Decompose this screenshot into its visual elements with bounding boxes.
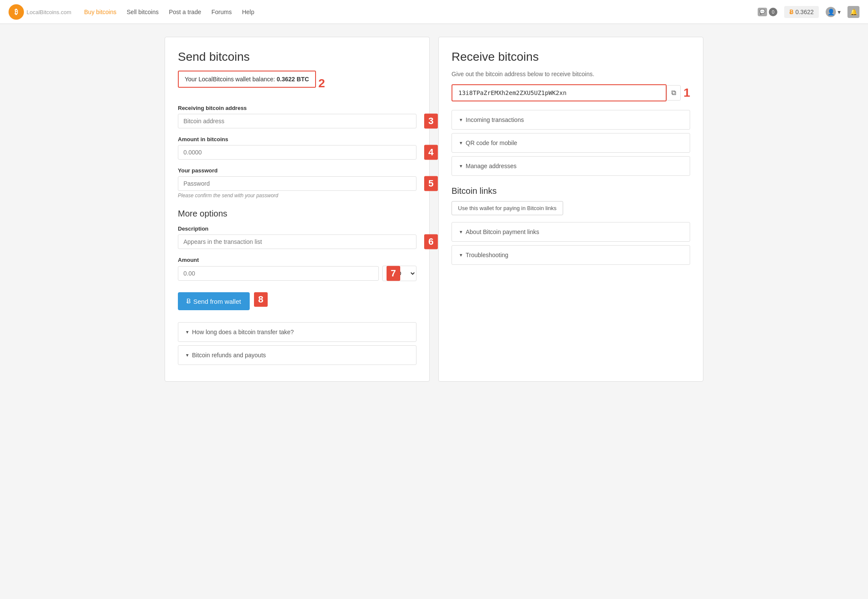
- password-label: Your password: [178, 167, 416, 174]
- bitcoin-address-display: 13i8TPaZrEMXh2em2ZXU5UZ1pWK2xn: [452, 84, 667, 101]
- annotation-8: 8: [254, 292, 268, 307]
- annotation-1: 1: [683, 87, 690, 99]
- accordion-incoming-transactions[interactable]: ▾ Incoming transactions: [452, 110, 690, 130]
- accordion-troubleshooting-label: Troubleshooting: [466, 252, 508, 258]
- balance-value-display: 0.3622 BTC: [277, 76, 309, 83]
- accordion-about-payment-links[interactable]: ▾ About Bitcoin payment links: [452, 222, 690, 242]
- receiving-address-wrapper: 3: [178, 114, 416, 128]
- nav-right: 💬 0 Ƀ 0.3622 👤 ▾ 🔔: [758, 6, 859, 18]
- chevron-down-icon-3: ▾: [460, 117, 462, 123]
- balance-row: Your LocalBitcoins wallet balance: 0.362…: [178, 71, 416, 96]
- send-button-label: Send from wallet: [193, 298, 241, 305]
- bitcoin-links-title: Bitcoin links: [452, 186, 690, 196]
- fiat-amount-wrapper: 7: [178, 266, 379, 281]
- description-label: Description: [178, 225, 416, 232]
- accordion-transfer-time-header[interactable]: ▾ How long does a bitcoin transfer take?: [178, 323, 416, 341]
- accordion-troubleshooting-header[interactable]: ▾ Troubleshooting: [452, 246, 690, 264]
- description-group: Description 6: [178, 225, 416, 249]
- annotation-6: 6: [424, 234, 438, 249]
- password-wrapper: 5: [178, 176, 416, 191]
- chat-bubble-icon: 💬: [758, 8, 767, 16]
- annotation-4: 4: [424, 145, 438, 160]
- user-avatar-icon: 👤: [826, 7, 836, 17]
- balance-value: 0.3622: [795, 9, 814, 15]
- description-wrapper: 6: [178, 234, 416, 249]
- send-panel: Send bitcoins Your LocalBitcoins wallet …: [165, 37, 430, 382]
- user-menu[interactable]: 👤 ▾: [826, 7, 841, 17]
- send-title: Send bitcoins: [178, 50, 416, 64]
- annotation-3: 3: [424, 114, 438, 129]
- chevron-down-icon-5: ▾: [460, 163, 462, 169]
- annotation-5: 5: [424, 176, 438, 191]
- accordion-transfer-time-label: How long does a bitcoin transfer take?: [192, 329, 294, 335]
- chevron-down-icon-2: ▾: [186, 352, 189, 358]
- amount-group: Amount in bitcoins 4: [178, 136, 416, 160]
- amount-label: Amount in bitcoins: [178, 136, 416, 142]
- chevron-down-icon-7: ▾: [460, 252, 462, 258]
- accordion-refunds-header[interactable]: ▾ Bitcoin refunds and payouts: [178, 346, 416, 365]
- accordion-manage-header[interactable]: ▾ Manage addresses: [452, 157, 690, 175]
- password-group: Your password 5 Please confirm the send …: [178, 167, 416, 199]
- send-button-wrapper: Ƀ Send from wallet 8: [178, 289, 250, 310]
- accordion-qr-header[interactable]: ▾ QR code for mobile: [452, 133, 690, 152]
- accordion-refunds[interactable]: ▾ Bitcoin refunds and payouts: [178, 345, 416, 365]
- address-row: 13i8TPaZrEMXh2em2ZXU5UZ1pWK2xn ⧉ 1: [452, 84, 690, 101]
- brand-name: LocalBitcoins.com: [27, 7, 71, 16]
- nav-forums[interactable]: Forums: [211, 1, 231, 23]
- receive-subtitle: Give out the bitcoin address below to re…: [452, 71, 690, 77]
- accordion-qr-label: QR code for mobile: [466, 139, 517, 146]
- chat-nav[interactable]: 💬 0: [758, 8, 777, 16]
- accordion-incoming-header[interactable]: ▾ Incoming transactions: [452, 110, 690, 129]
- amount-wrapper: 4: [178, 145, 416, 160]
- balance-display[interactable]: Ƀ 0.3622: [784, 6, 819, 18]
- receive-title: Receive bitcoins: [452, 50, 690, 64]
- fiat-amount-group: Amount 7 USD EUR GBP: [178, 257, 416, 281]
- fiat-amount-label: Amount: [178, 257, 416, 263]
- fiat-amount-row: 7 USD EUR GBP: [178, 266, 416, 281]
- nav-post-trade[interactable]: Post a trade: [169, 1, 201, 23]
- balance-box: Your LocalBitcoins wallet balance: 0.362…: [178, 71, 316, 88]
- brand[interactable]: ₿ LocalBitcoins.com: [9, 4, 71, 20]
- receive-panel: Receive bitcoins Give out the bitcoin ad…: [438, 37, 703, 382]
- accordion-manage-label: Manage addresses: [466, 163, 517, 169]
- accordion-incoming-label: Incoming transactions: [466, 116, 524, 123]
- send-from-wallet-button[interactable]: Ƀ Send from wallet: [178, 292, 250, 310]
- password-input[interactable]: [178, 176, 416, 191]
- description-input[interactable]: [178, 234, 416, 249]
- password-hint: Please confirm the send with your passwo…: [178, 193, 416, 199]
- receiving-address-input[interactable]: [178, 114, 416, 128]
- balance-label: Your LocalBitcoins wallet balance:: [185, 76, 275, 83]
- user-dropdown-arrow: ▾: [838, 9, 841, 15]
- nav-links: Buy bitcoins Sell bitcoins Post a trade …: [84, 1, 758, 23]
- chat-count-badge: 0: [769, 8, 777, 16]
- navbar: ₿ LocalBitcoins.com Buy bitcoins Sell bi…: [0, 0, 868, 24]
- nav-sell-bitcoins[interactable]: Sell bitcoins: [127, 1, 159, 23]
- send-btc-icon: Ƀ: [186, 297, 191, 305]
- accordion-transfer-time[interactable]: ▾ How long does a bitcoin transfer take?: [178, 322, 416, 342]
- accordion-payment-links-header[interactable]: ▾ About Bitcoin payment links: [452, 222, 690, 241]
- btc-icon: Ƀ: [789, 9, 794, 15]
- chevron-down-icon: ▾: [186, 329, 189, 335]
- amount-input[interactable]: [178, 145, 416, 160]
- annotation-2: 2: [319, 77, 325, 89]
- bitcoin-links-wallet-button[interactable]: Use this wallet for paying in Bitcoin li…: [452, 201, 563, 215]
- accordion-payment-links-label: About Bitcoin payment links: [466, 228, 539, 235]
- send-accordion: ▾ How long does a bitcoin transfer take?…: [178, 322, 416, 365]
- bitcoin-links-accordion: ▾ About Bitcoin payment links ▾ Troubles…: [452, 222, 690, 265]
- annotation-7: 7: [387, 266, 400, 281]
- more-options-title: More options: [178, 209, 416, 219]
- accordion-refunds-label: Bitcoin refunds and payouts: [192, 352, 266, 359]
- notifications-icon[interactable]: 🔔: [847, 6, 859, 18]
- chevron-down-icon-6: ▾: [460, 229, 462, 235]
- accordion-troubleshooting[interactable]: ▾ Troubleshooting: [452, 245, 690, 265]
- accordion-qr-code[interactable]: ▾ QR code for mobile: [452, 133, 690, 153]
- chevron-down-icon-4: ▾: [460, 140, 462, 146]
- copy-address-button[interactable]: ⧉: [667, 85, 681, 101]
- main-container: Send bitcoins Your LocalBitcoins wallet …: [156, 37, 712, 382]
- nav-help[interactable]: Help: [242, 1, 254, 23]
- accordion-manage-addresses[interactable]: ▾ Manage addresses: [452, 156, 690, 176]
- receiving-address-label: Receiving bitcoin address: [178, 105, 416, 111]
- receiving-address-group: Receiving bitcoin address 3: [178, 105, 416, 128]
- fiat-amount-input[interactable]: [178, 266, 379, 281]
- nav-buy-bitcoins[interactable]: Buy bitcoins: [84, 1, 116, 23]
